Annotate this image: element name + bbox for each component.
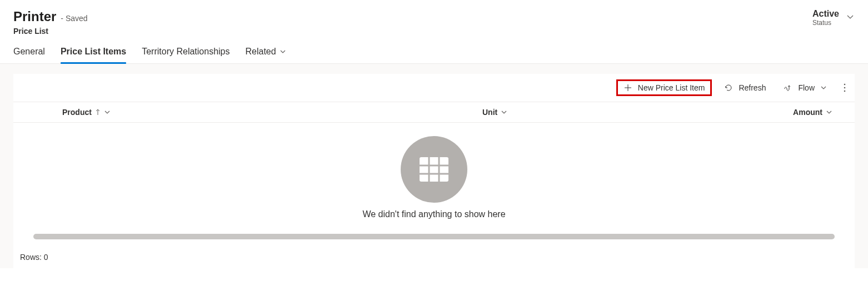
chevron-down-icon: [826, 109, 832, 116]
flow-button[interactable]: Flow: [778, 80, 832, 96]
status-block[interactable]: Active Status: [812, 9, 839, 27]
column-header-product[interactable]: Product: [27, 108, 482, 117]
tab-related[interactable]: Related: [245, 40, 286, 63]
tab-price-list-items[interactable]: Price List Items: [61, 40, 126, 63]
tab-territory-relationships[interactable]: Territory Relationships: [142, 40, 230, 63]
chevron-down-icon: [104, 109, 111, 116]
button-label: Refresh: [739, 83, 766, 92]
button-label: Flow: [798, 83, 815, 92]
grid-toolbar: New Price List Item Refresh Flow: [13, 74, 855, 102]
column-label: Product: [62, 108, 92, 117]
sort-up-icon: [95, 109, 101, 116]
more-commands-button[interactable]: [839, 80, 850, 96]
scrollbar-thumb[interactable]: [33, 234, 835, 239]
svg-point-0: [844, 84, 846, 86]
horizontal-scrollbar[interactable]: [33, 234, 835, 239]
empty-grid-icon: [401, 136, 467, 203]
status-value: Active: [812, 9, 839, 19]
tab-bar: General Price List Items Territory Relat…: [0, 40, 868, 64]
status-label: Status: [812, 19, 831, 27]
empty-message: We didn't find anything to show here: [362, 209, 505, 219]
column-header-unit[interactable]: Unit: [482, 108, 738, 117]
grid-panel: New Price List Item Refresh Flow: [13, 74, 855, 268]
tab-label: Related: [245, 47, 276, 57]
tab-label: General: [13, 47, 45, 57]
chevron-down-icon[interactable]: [846, 12, 855, 21]
tab-general[interactable]: General: [13, 40, 45, 63]
column-label: Unit: [482, 108, 497, 117]
plus-icon: [623, 83, 632, 92]
tab-label: Price List Items: [61, 47, 126, 57]
tab-label: Territory Relationships: [142, 47, 230, 57]
more-vertical-icon: [844, 83, 846, 92]
chevron-down-icon: [820, 84, 827, 91]
page-header: Printer - Saved Price List Active Status: [0, 0, 868, 40]
save-state: - Saved: [61, 14, 87, 23]
entity-type: Price List: [13, 27, 88, 36]
button-label: New Price List Item: [638, 83, 705, 92]
content-area: New Price List Item Refresh Flow: [0, 64, 868, 268]
flow-icon: [784, 83, 792, 92]
grid-footer: Rows: 0: [13, 239, 855, 268]
svg-point-2: [844, 91, 846, 92]
chevron-down-icon: [501, 109, 507, 116]
svg-point-1: [844, 87, 846, 89]
title-row: Printer - Saved: [13, 9, 88, 24]
header-left: Printer - Saved Price List: [13, 9, 88, 36]
column-label: Amount: [793, 108, 822, 117]
column-headers: Product Unit Amount: [13, 102, 855, 123]
chevron-down-icon: [280, 48, 286, 55]
page-title: Printer: [13, 9, 56, 24]
rows-count: Rows: 0: [20, 253, 48, 262]
new-price-list-item-button[interactable]: New Price List Item: [616, 79, 712, 96]
header-right: Active Status: [812, 9, 855, 27]
refresh-icon: [724, 83, 733, 92]
svg-rect-3: [420, 157, 448, 182]
empty-state: We didn't find anything to show here: [13, 123, 855, 230]
column-header-amount[interactable]: Amount: [738, 108, 841, 117]
refresh-button[interactable]: Refresh: [719, 80, 771, 96]
